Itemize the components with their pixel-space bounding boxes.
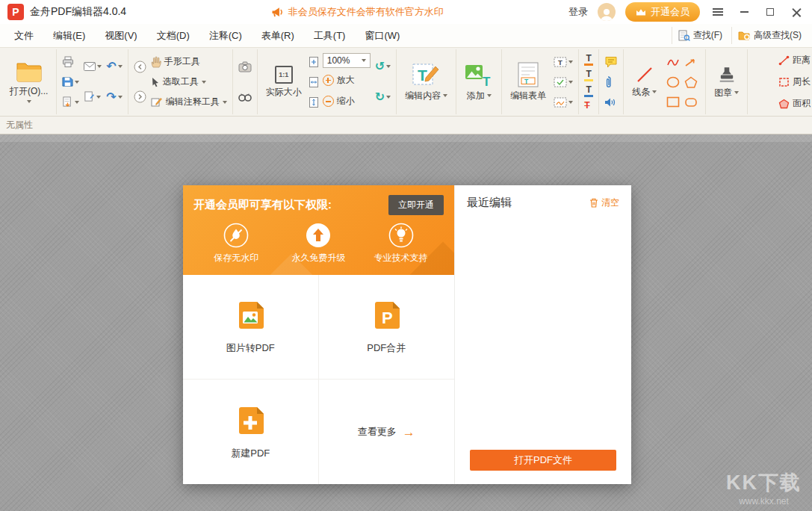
menu-tools[interactable]: 工具(T) — [304, 29, 356, 43]
annotation-tool-button[interactable]: 编辑注释工具 — [151, 93, 227, 111]
audio-comment-button[interactable] — [604, 94, 616, 111]
export-caret-icon — [75, 101, 79, 104]
zoom-in-button[interactable]: 放大 — [323, 71, 355, 89]
image-to-pdf-button[interactable]: 图片转PDF — [183, 275, 319, 380]
toolbar-group-add: T 添加 — [456, 49, 502, 114]
zoom-level-select[interactable]: 100% — [323, 53, 371, 68]
close-button[interactable] — [788, 4, 805, 20]
open-pdf-file-button[interactable]: 打开PDF文件 — [470, 450, 616, 471]
toolbar-group-measure: 距离 周长 面积 — [773, 49, 811, 114]
annotation-tool-label: 编辑注释工具 — [166, 96, 220, 108]
open-caret-icon — [27, 100, 31, 103]
select-tool-button[interactable]: 选取工具 — [151, 73, 206, 91]
form-checkbox-button[interactable] — [554, 74, 573, 90]
next-view-button[interactable] — [134, 89, 146, 105]
watermark-notice: 非会员保存文件会带有软件官方水印 — [271, 0, 444, 24]
rotate-left-button[interactable]: ↺ — [375, 58, 391, 75]
minimize-button[interactable] — [736, 4, 752, 20]
find-button[interactable]: 查找(F) — [672, 27, 728, 44]
vip-button[interactable]: 开通会员 — [625, 2, 700, 22]
redo-button[interactable]: ↷ — [106, 89, 122, 105]
avatar[interactable] — [598, 3, 616, 21]
attachment-button[interactable] — [604, 74, 612, 90]
open-button[interactable]: 打开(O)... — [7, 52, 51, 112]
export-button[interactable] — [62, 94, 79, 111]
fit-page-button[interactable] — [309, 54, 318, 70]
annotation-tool-caret-icon — [223, 101, 227, 104]
workspace-top-strip — [0, 134, 812, 142]
fit-width-button[interactable] — [309, 74, 318, 90]
open-folder-icon — [16, 61, 43, 83]
crown-icon — [636, 8, 646, 16]
advanced-find-icon — [738, 30, 751, 41]
undo-button[interactable]: ↶ — [106, 58, 122, 75]
rotate-right-button[interactable]: ↻ — [375, 89, 391, 105]
menu-document[interactable]: 文档(D) — [147, 29, 199, 43]
form-text-field-icon: T — [554, 57, 567, 67]
save-button[interactable] — [62, 74, 79, 90]
toolbar-group-stamp: 图章 — [706, 49, 748, 114]
arrow-tool-button[interactable] — [684, 57, 698, 67]
svg-text:T: T — [524, 77, 529, 84]
new-document-button[interactable] — [84, 89, 101, 105]
speaker-icon — [604, 97, 616, 108]
edit-content-caret-icon — [443, 94, 447, 97]
feature-free-upgrade: 永久免费升级 — [277, 223, 359, 264]
strikeout-button[interactable]: T — [584, 101, 589, 110]
snapshot-button[interactable] — [238, 58, 252, 75]
search-document-button[interactable] — [238, 89, 252, 105]
menu-window[interactable]: 窗口(W) — [355, 29, 409, 43]
advanced-find-button[interactable]: 高级查找(S) — [731, 27, 808, 44]
maximize-button[interactable] — [762, 4, 778, 20]
print-button[interactable] — [62, 54, 74, 70]
line-tool-button[interactable]: 线条 — [629, 52, 660, 112]
cloud-tool-button[interactable] — [684, 97, 698, 108]
measure-perimeter-button[interactable]: 周长 — [778, 73, 811, 90]
printer-icon — [62, 56, 74, 68]
actual-size-button[interactable]: 1:1 实际大小 — [263, 52, 305, 112]
rotate-left-icon: ↺ — [375, 61, 385, 72]
app-menu-button[interactable] — [710, 4, 726, 20]
comment-button[interactable] — [604, 54, 618, 70]
pencil-draw-button[interactable] — [666, 57, 680, 67]
new-pdf-button[interactable]: 新建PDF — [183, 380, 319, 484]
edit-content-button[interactable]: T 编辑内容 — [402, 52, 450, 112]
menu-form[interactable]: 表单(R) — [252, 29, 304, 43]
measure-area-button[interactable]: 面积 — [778, 95, 811, 112]
see-more-button[interactable]: 查看更多 → — [319, 380, 455, 484]
quick-actions: 图片转PDF P PDF合并 — [183, 275, 454, 484]
zoom-out-icon — [323, 96, 334, 107]
add-label: 添加 — [467, 90, 485, 102]
site-watermark-url: www.kkx.net — [726, 496, 802, 507]
stamp-button[interactable]: 图章 — [711, 52, 742, 112]
rectangle-tool-button[interactable] — [666, 96, 680, 108]
mail-button[interactable] — [84, 58, 102, 75]
pdf-merge-button[interactable]: P PDF合并 — [319, 275, 455, 380]
redo-icon: ↷ — [106, 91, 116, 103]
welcome-dialog: 开通会员即可享有以下权限: 立即开通 保存无水印 — [183, 185, 631, 484]
circle-tool-button[interactable] — [666, 76, 680, 88]
form-text-field-button[interactable]: T — [554, 54, 573, 70]
zoom-out-button[interactable]: 缩小 — [323, 93, 355, 111]
menu-comment[interactable]: 注释(C) — [199, 29, 252, 43]
polygon-tool-button[interactable] — [684, 76, 698, 88]
feature-tech-support-label: 专业技术支持 — [374, 252, 428, 264]
menu-file[interactable]: 文件 — [4, 29, 43, 43]
text-color-button[interactable]: T — [584, 54, 593, 66]
activate-vip-button[interactable]: 立即开通 — [388, 195, 444, 215]
measure-distance-button[interactable]: 距离 — [778, 52, 811, 69]
menu-edit[interactable]: 编辑(E) — [43, 29, 95, 43]
login-link[interactable]: 登录 — [568, 5, 588, 19]
clear-recent-button[interactable]: 清空 — [589, 196, 619, 209]
edit-form-button[interactable]: T 编辑表单 — [507, 52, 549, 112]
fit-height-button[interactable] — [309, 94, 318, 111]
form-signature-button[interactable] — [554, 94, 573, 111]
underline-button[interactable]: T — [584, 85, 593, 97]
menu-view[interactable]: 视图(V) — [95, 29, 146, 43]
previous-view-button[interactable] — [134, 58, 146, 75]
highlight-button[interactable]: T — [584, 69, 593, 81]
hand-tool-button[interactable]: 手形工具 — [151, 53, 200, 71]
tech-support-icon — [388, 223, 414, 248]
mail-caret-icon — [97, 65, 102, 68]
add-button[interactable]: T 添加 — [462, 52, 496, 112]
